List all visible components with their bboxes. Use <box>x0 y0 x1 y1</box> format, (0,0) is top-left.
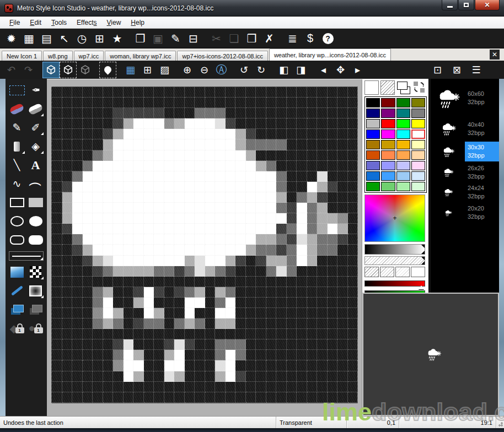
pixel[interactable] <box>348 234 358 245</box>
pixel[interactable] <box>297 108 307 118</box>
pixel[interactable] <box>72 266 83 277</box>
pixel[interactable] <box>307 150 318 161</box>
pixel[interactable] <box>287 308 297 318</box>
palette-swatch[interactable] <box>381 161 395 170</box>
pixel[interactable] <box>72 256 83 266</box>
pixel[interactable] <box>83 161 93 171</box>
pixel[interactable] <box>103 371 114 382</box>
pixel[interactable] <box>337 266 348 277</box>
pixel[interactable] <box>103 98 114 108</box>
pixel[interactable] <box>328 108 338 118</box>
pixel[interactable] <box>164 87 175 98</box>
pixel[interactable] <box>256 277 266 287</box>
pixel[interactable] <box>185 224 195 234</box>
pixel[interactable] <box>307 203 318 213</box>
pixel[interactable] <box>83 203 93 213</box>
pixel[interactable] <box>164 161 175 171</box>
pixel[interactable] <box>215 224 226 234</box>
pixel[interactable] <box>337 308 348 318</box>
pixel[interactable] <box>205 287 216 298</box>
pixel[interactable] <box>276 256 287 266</box>
pixel[interactable] <box>297 182 307 192</box>
pixel[interactable] <box>328 371 338 382</box>
pixel[interactable] <box>195 98 205 108</box>
pixel[interactable] <box>348 213 358 224</box>
alpha-preset-swatch[interactable] <box>395 267 410 277</box>
pixel[interactable] <box>195 392 205 403</box>
pixel[interactable] <box>297 350 307 360</box>
pixel[interactable] <box>62 150 73 161</box>
pixel[interactable] <box>195 277 205 287</box>
pixel[interactable] <box>328 203 338 213</box>
palette-swatch[interactable] <box>411 150 425 160</box>
pixel[interactable] <box>256 139 266 150</box>
pixel[interactable] <box>113 87 124 98</box>
pixel[interactable] <box>276 118 287 129</box>
pixel[interactable] <box>195 256 205 266</box>
pixel[interactable] <box>185 339 195 350</box>
palette-swatch[interactable] <box>396 161 410 170</box>
pixel[interactable] <box>113 171 124 182</box>
pixel[interactable] <box>195 360 205 371</box>
pixel[interactable] <box>276 98 287 108</box>
pixel[interactable] <box>297 382 307 392</box>
pixel[interactable] <box>215 329 226 339</box>
pixel[interactable] <box>256 392 266 403</box>
pixel[interactable] <box>246 266 256 277</box>
menu-tools[interactable]: Tools <box>46 18 72 28</box>
pixel[interactable] <box>287 139 297 150</box>
pixel[interactable] <box>83 360 93 371</box>
pixel[interactable] <box>144 118 154 129</box>
pixel[interactable] <box>52 161 62 171</box>
pixel[interactable] <box>276 224 287 234</box>
pixel[interactable] <box>328 350 338 360</box>
pixel[interactable] <box>185 234 195 245</box>
pixel[interactable] <box>246 98 256 108</box>
pixel[interactable] <box>83 308 93 318</box>
pixel[interactable] <box>337 171 348 182</box>
close-button[interactable]: ✕ <box>475 0 500 10</box>
pixel[interactable] <box>235 371 246 382</box>
pixel[interactable] <box>348 129 358 139</box>
pixel[interactable] <box>164 318 175 329</box>
pixel[interactable] <box>246 339 256 350</box>
pixel[interactable] <box>226 360 236 371</box>
pixel[interactable] <box>154 360 164 371</box>
pixel[interactable] <box>337 298 348 308</box>
pixel[interactable] <box>307 266 318 277</box>
pixel[interactable] <box>124 118 134 129</box>
undo-button[interactable]: ↶ <box>3 62 19 78</box>
pixel[interactable] <box>328 150 338 161</box>
pixel[interactable] <box>52 318 62 329</box>
pixel[interactable] <box>185 266 195 277</box>
palette-swatch[interactable] <box>411 171 425 181</box>
palette-swatch[interactable] <box>396 98 410 107</box>
pixel[interactable] <box>337 192 348 203</box>
pixel[interactable] <box>174 213 185 224</box>
pixel[interactable] <box>246 392 256 403</box>
pixel[interactable] <box>307 287 318 298</box>
lock-palette-tool[interactable]: ●1 <box>28 321 44 336</box>
pixel[interactable] <box>205 108 216 118</box>
pixel[interactable] <box>174 329 185 339</box>
pixel[interactable] <box>164 308 175 318</box>
pixel[interactable] <box>133 371 144 382</box>
pixel[interactable] <box>124 318 134 329</box>
pixel[interactable] <box>317 87 328 98</box>
pixel[interactable] <box>72 182 83 192</box>
pixel[interactable] <box>113 287 124 298</box>
pixel[interactable] <box>205 182 216 192</box>
pixel[interactable] <box>205 139 216 150</box>
pixel[interactable] <box>52 350 62 360</box>
pixel[interactable] <box>256 256 266 266</box>
pixel[interactable] <box>205 171 216 182</box>
pixel[interactable] <box>266 213 277 224</box>
pixel[interactable] <box>62 360 73 371</box>
pixel[interactable] <box>226 98 236 108</box>
pixel[interactable] <box>348 318 358 329</box>
pixel[interactable] <box>52 277 62 287</box>
pixel[interactable] <box>287 298 297 308</box>
pixel[interactable] <box>154 129 164 139</box>
pixel[interactable] <box>93 171 103 182</box>
pixel[interactable] <box>276 129 287 139</box>
